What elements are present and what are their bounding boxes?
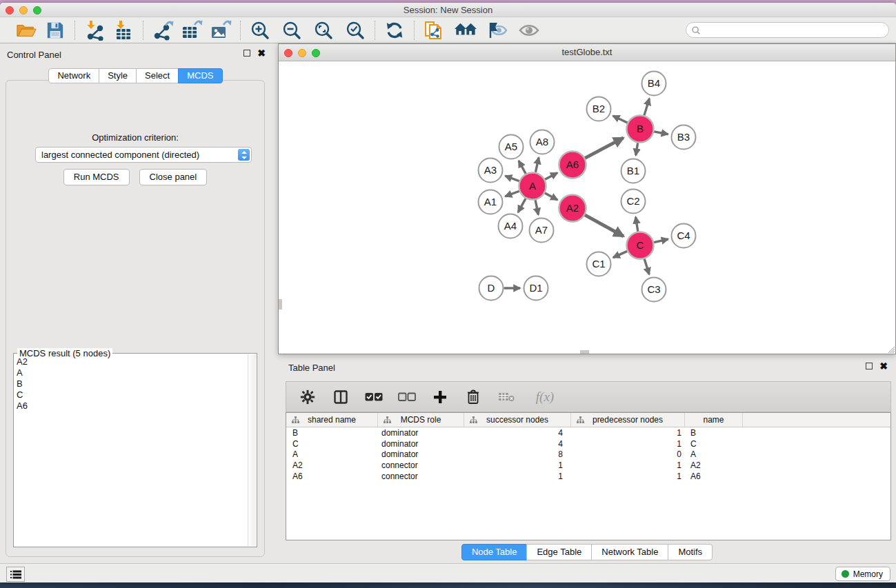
search-input[interactable]: [701, 26, 888, 35]
float-panel-icon[interactable]: [243, 50, 250, 57]
export-table-icon[interactable]: [181, 20, 203, 41]
memory-button[interactable]: Memory: [835, 567, 890, 581]
vertical-scroll-thumb[interactable]: [279, 299, 282, 310]
cell[interactable]: C: [286, 439, 378, 449]
column-header-MCDS-role[interactable]: MCDS role: [378, 413, 464, 427]
export-network-icon[interactable]: [152, 20, 174, 41]
table-tab-network-table[interactable]: Network Table: [591, 544, 668, 560]
table-settings-gear-icon[interactable]: [299, 387, 317, 407]
cell[interactable]: A2: [286, 460, 378, 470]
graph-node-B1[interactable]: B1: [621, 159, 646, 183]
graph-node-D[interactable]: D: [479, 276, 504, 301]
open-file-icon[interactable]: [15, 20, 37, 41]
search-field[interactable]: [686, 22, 889, 38]
graph-node-C3[interactable]: C3: [642, 278, 666, 302]
close-panel-button[interactable]: Close panel: [139, 169, 208, 185]
table-row-b[interactable]: Bdominator41B: [286, 427, 890, 438]
column-header-name[interactable]: name: [685, 413, 743, 427]
graph-node-A2[interactable]: A2: [559, 195, 586, 222]
cell[interactable]: dominator: [378, 439, 464, 449]
graph-edge-C-C4[interactable]: [654, 239, 668, 243]
graph-node-A3[interactable]: A3: [479, 159, 503, 183]
double-house-icon[interactable]: [455, 20, 477, 41]
select-all-icon[interactable]: [365, 387, 383, 407]
graph-edge-A-A1[interactable]: [505, 191, 519, 196]
tab-mcds[interactable]: MCDS: [178, 68, 222, 83]
zoom-out-icon[interactable]: [281, 20, 303, 41]
graph-node-A[interactable]: A: [519, 173, 546, 200]
run-mcds-button[interactable]: Run MCDS: [63, 169, 130, 185]
column-header-shared-name[interactable]: shared name: [286, 413, 378, 427]
copy-network-icon[interactable]: [423, 20, 445, 41]
deselect-all-icon[interactable]: [398, 387, 416, 407]
column-header-successor-nodes[interactable]: successor nodes: [464, 413, 571, 427]
cell[interactable]: A2: [685, 460, 743, 470]
result-item-a6[interactable]: A6: [15, 401, 247, 412]
float-table-panel-icon[interactable]: [866, 363, 873, 369]
graph-node-A8[interactable]: A8: [530, 130, 555, 154]
graph-node-A4[interactable]: A4: [499, 214, 523, 239]
tab-network[interactable]: Network: [48, 68, 99, 83]
cell[interactable]: connector: [378, 472, 464, 481]
import-table-icon[interactable]: [112, 20, 135, 41]
cell[interactable]: 1: [464, 460, 571, 470]
table-row-a6[interactable]: A6connector11A6: [286, 471, 890, 482]
delete-trash-icon[interactable]: [464, 387, 482, 407]
cell[interactable]: A: [685, 449, 743, 459]
cell[interactable]: A6: [685, 472, 743, 481]
result-item-a2[interactable]: A2: [15, 356, 247, 367]
save-session-icon[interactable]: [44, 20, 66, 41]
cell[interactable]: B: [685, 428, 743, 438]
resize-grip-icon[interactable]: [886, 345, 895, 353]
add-row-plus-icon[interactable]: [431, 387, 449, 407]
table-row-a[interactable]: Adominator80A: [286, 449, 890, 460]
close-table-panel-icon[interactable]: ✖: [879, 362, 888, 370]
cell[interactable]: 0: [571, 449, 685, 459]
graph-edge-A-A4[interactable]: [518, 199, 526, 212]
graph-edge-B-B2[interactable]: [613, 116, 628, 123]
export-image-icon[interactable]: [210, 20, 232, 41]
table-row-a2[interactable]: A2connector11A2: [286, 460, 890, 471]
graph-node-A7[interactable]: A7: [530, 219, 554, 243]
graph-edge-A6-B[interactable]: [585, 138, 624, 159]
graph-edge-A-A7[interactable]: [535, 200, 538, 214]
tab-select[interactable]: Select: [136, 68, 179, 83]
cell[interactable]: dominator: [378, 428, 464, 438]
graph-edge-C-C1[interactable]: [613, 251, 627, 257]
graph-edge-A-A6[interactable]: [545, 173, 557, 180]
cell[interactable]: 1: [571, 428, 685, 438]
graph-node-A6[interactable]: A6: [559, 152, 586, 179]
graph-edge-B-B4[interactable]: [644, 99, 649, 115]
cell[interactable]: dominator: [378, 449, 464, 459]
graph-node-A1[interactable]: A1: [479, 190, 503, 214]
graph-node-C4[interactable]: C4: [672, 224, 696, 248]
cell[interactable]: C: [685, 439, 743, 449]
graph-node-C1[interactable]: C1: [587, 252, 611, 276]
cell[interactable]: connector: [378, 460, 464, 470]
graph-edge-A-A3[interactable]: [505, 176, 519, 181]
result-item-a[interactable]: A: [15, 367, 247, 378]
cell[interactable]: A: [286, 449, 378, 459]
import-network-icon[interactable]: [83, 20, 106, 41]
zoom-in-icon[interactable]: [249, 20, 271, 41]
graph-edge-C-C3[interactable]: [644, 259, 649, 275]
cell[interactable]: 4: [464, 439, 571, 449]
show-all-eye-icon[interactable]: [518, 20, 540, 41]
refresh-icon[interactable]: [384, 20, 406, 41]
task-history-button[interactable]: [6, 567, 25, 582]
cell[interactable]: B: [286, 428, 378, 438]
cell[interactable]: 1: [571, 439, 685, 449]
result-item-b[interactable]: B: [15, 378, 247, 389]
table-row-c[interactable]: Cdominator41C: [286, 438, 890, 449]
table-tab-node-table[interactable]: Node Table: [461, 544, 528, 560]
delete-table-icon[interactable]: [497, 387, 515, 407]
function-builder-icon[interactable]: f(x): [530, 387, 559, 407]
graph-edge-A2-C[interactable]: [585, 215, 624, 236]
graph-node-B[interactable]: B: [627, 116, 654, 143]
criterion-dropdown[interactable]: largest connected component (directed): [35, 147, 252, 163]
graph-node-C2[interactable]: C2: [621, 190, 646, 214]
graph-edge-C-C2[interactable]: [636, 217, 638, 232]
close-panel-icon[interactable]: ✖: [257, 49, 266, 57]
graph-edge-A-A5[interactable]: [519, 161, 526, 174]
graph-edge-B-B3[interactable]: [654, 132, 668, 134]
